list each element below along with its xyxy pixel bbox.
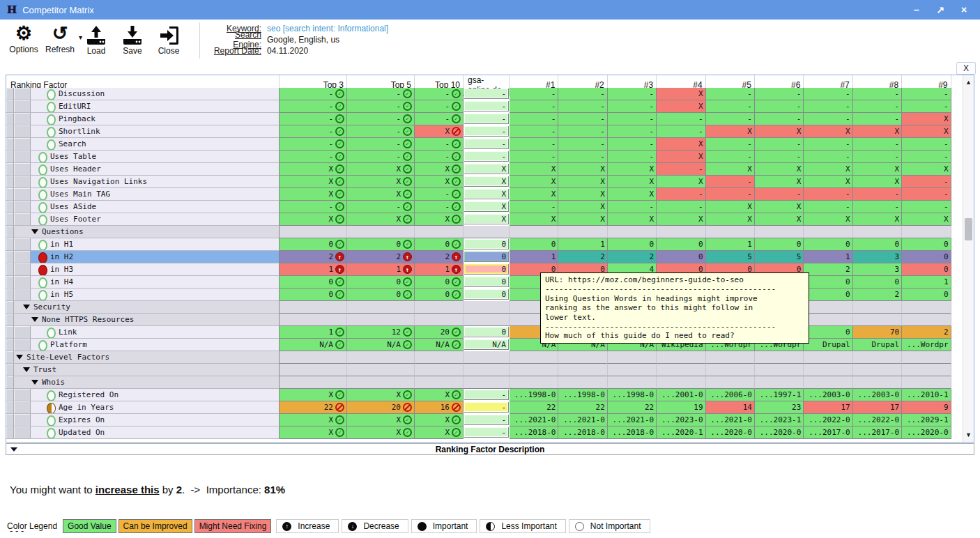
matrix-cell[interactable]: -✓ [415, 151, 464, 163]
table-row[interactable]: Trust [6, 364, 974, 376]
matrix-cell[interactable]: ...Wordpr [902, 339, 951, 351]
matrix-cell[interactable]: 22 [608, 401, 657, 414]
matrix-cell[interactable]: X✓ [415, 426, 464, 439]
panel-close-button[interactable]: X [956, 62, 976, 75]
matrix-cell[interactable]: - [902, 138, 951, 151]
matrix-cell[interactable]: -✓ [347, 201, 415, 213]
matrix-cell[interactable]: 1↑ [280, 263, 347, 276]
matrix-cell[interactable]: - [558, 125, 607, 138]
matrix-cell[interactable]: 5 [755, 251, 804, 263]
toolbar-button-save[interactable]: Save [114, 22, 151, 56]
matrix-cell[interactable]: ...2020-1 [657, 426, 705, 439]
ranking-factor-cell[interactable]: Uses Main TAG [6, 188, 280, 201]
matrix-cell[interactable]: - [902, 100, 951, 113]
matrix-cell[interactable]: 23 [755, 401, 804, 414]
matrix-cell[interactable]: ...2029-1 [902, 414, 951, 426]
matrix-cell[interactable]: 1 [804, 251, 852, 263]
matrix-cell[interactable]: 0 [853, 238, 902, 251]
ranking-factor-cell[interactable]: Expires On [6, 414, 280, 426]
matrix-cell[interactable]: - [804, 188, 852, 201]
matrix-cell[interactable]: - [902, 201, 951, 213]
matrix-cell[interactable]: - [608, 151, 657, 163]
ranking-factor-cell[interactable]: Uses Table [6, 151, 280, 163]
matrix-cell[interactable]: 1 [706, 238, 755, 251]
matrix-cell[interactable]: X✓ [347, 389, 415, 401]
matrix-cell[interactable]: - [558, 113, 607, 125]
matrix-cell[interactable]: - [804, 138, 852, 151]
table-row[interactable]: Expires OnX✓X✓X✓-...2021-0...2021-0...20… [6, 414, 974, 426]
matrix-cell[interactable]: - [608, 113, 657, 125]
table-row[interactable]: Uses Navigation LinksX✓X✓X✓XXXXX-XXX- [6, 176, 974, 188]
table-row[interactable]: Updated OnX✓X✓X✓-...2018-0...2018-0...20… [6, 426, 974, 439]
matrix-cell[interactable]: 0✓ [280, 289, 347, 301]
matrix-cell[interactable]: - [902, 188, 951, 201]
matrix-cell[interactable]: - [608, 88, 657, 100]
matrix-cell[interactable]: X [464, 201, 509, 212]
matrix-cell[interactable]: - [657, 188, 705, 201]
matrix-cell[interactable]: 14 [706, 401, 755, 414]
matrix-cell[interactable]: -✓ [415, 138, 464, 151]
matrix-cell[interactable]: X [804, 176, 852, 188]
matrix-cell[interactable]: 0 [464, 264, 509, 275]
matrix-cell[interactable]: - [464, 139, 509, 149]
matrix-cell[interactable]: 0 [608, 238, 657, 251]
matrix-cell[interactable]: X [853, 213, 902, 226]
matrix-cell[interactable]: 2 [608, 251, 657, 263]
matrix-cell[interactable]: 0 [464, 289, 509, 300]
matrix-cell[interactable]: Drupal [853, 339, 902, 351]
matrix-cell[interactable]: X [657, 151, 705, 163]
matrix-cell[interactable]: -✓ [280, 88, 347, 100]
matrix-cell[interactable]: - [464, 101, 509, 112]
matrix-cell[interactable]: - [804, 201, 852, 213]
matrix-cell[interactable]: - [510, 125, 558, 138]
group-row-label[interactable]: None HTTPS Resources [6, 314, 280, 326]
matrix-cell[interactable]: 2↑ [280, 251, 347, 263]
matrix-cell[interactable]: - [902, 176, 951, 188]
matrix-cell[interactable]: ...1997-1 [755, 389, 804, 401]
matrix-cell[interactable]: - [464, 390, 509, 400]
matrix-cell[interactable]: - [804, 88, 852, 100]
ranking-factor-cell[interactable]: Search [6, 138, 280, 151]
matrix-cell[interactable]: X [558, 213, 607, 226]
matrix-cell[interactable]: X [706, 201, 755, 213]
matrix-cell[interactable]: - [510, 201, 558, 213]
matrix-cell[interactable]: X [853, 163, 902, 176]
matrix-cell[interactable]: - [464, 415, 509, 425]
matrix-cell[interactable]: ...2021-0 [706, 414, 755, 426]
matrix-cell[interactable]: - [464, 114, 509, 124]
collapse-triangle-icon[interactable] [16, 355, 23, 360]
group-row-label[interactable]: Trust [6, 364, 280, 376]
matrix-cell[interactable]: - [755, 151, 804, 163]
ranking-factor-cell[interactable]: Uses Navigation Links [6, 176, 280, 188]
matrix-cell[interactable]: Drupal [804, 339, 852, 351]
matrix-cell[interactable]: - [706, 188, 755, 201]
matrix-cell[interactable]: -✓ [415, 201, 464, 213]
ranking-factor-cell[interactable]: Uses Footer [6, 213, 280, 226]
matrix-cell[interactable]: X✓ [280, 213, 347, 226]
matrix-cell[interactable]: - [706, 113, 755, 125]
matrix-cell[interactable]: - [510, 151, 558, 163]
matrix-cell[interactable]: 0 [464, 239, 509, 249]
matrix-cell[interactable]: ...1998-0 [558, 389, 607, 401]
matrix-cell[interactable]: X [902, 125, 951, 138]
matrix-cell[interactable]: X [755, 125, 804, 138]
ranking-factor-cell[interactable]: in H3 [6, 263, 280, 276]
matrix-cell[interactable]: 3 [853, 251, 902, 263]
matrix-cell[interactable]: X✓ [415, 176, 464, 188]
matrix-cell[interactable]: 22 [558, 401, 607, 414]
matrix-cell[interactable]: 0 [657, 251, 705, 263]
matrix-cell[interactable]: X [657, 176, 705, 188]
matrix-cell[interactable]: ...2010-1 [902, 389, 951, 401]
matrix-cell[interactable]: - [657, 125, 705, 138]
matrix-cell[interactable]: 0 [510, 238, 558, 251]
ranking-factor-cell[interactable]: Uses ASide [6, 201, 280, 213]
group-row-label[interactable]: Questions [6, 226, 280, 238]
matrix-cell[interactable]: - [464, 151, 509, 162]
matrix-cell[interactable]: - [902, 151, 951, 163]
matrix-cell[interactable]: 0✓ [415, 276, 464, 289]
matrix-cell[interactable]: 2 [804, 263, 852, 276]
matrix-cell[interactable]: 0✓ [415, 238, 464, 251]
table-row[interactable]: Uses FooterX✓X✓X✓XXXXXXXXXX [6, 213, 974, 226]
matrix-cell[interactable]: ...2023-0 [657, 414, 705, 426]
table-row[interactable]: Uses ASide-✓-✓-✓X-X--XX--- [6, 201, 974, 213]
